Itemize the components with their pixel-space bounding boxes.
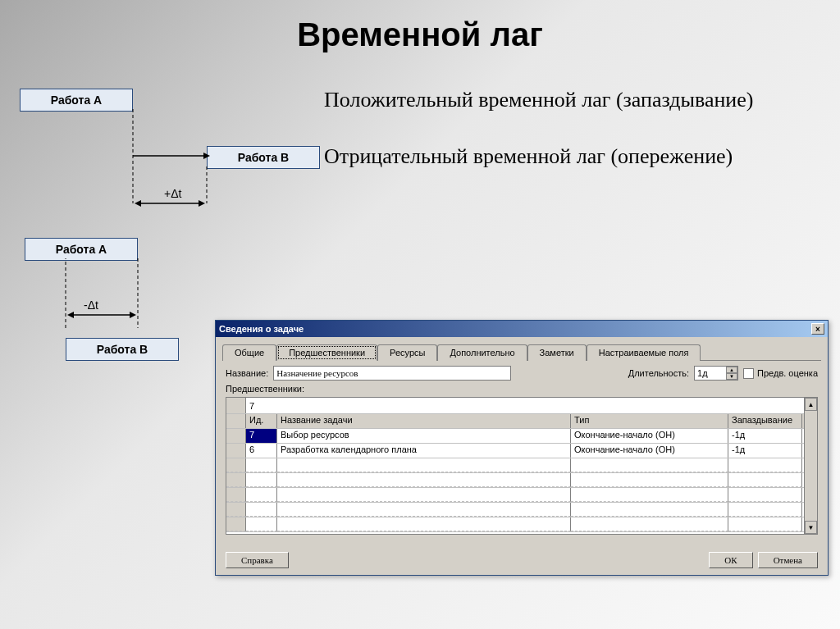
cell-type[interactable]: Окончание-начало (ОН) — [571, 429, 728, 443]
tab-predecessors[interactable]: Предшественники — [276, 344, 377, 361]
cancel-button[interactable]: Отмена — [758, 552, 818, 568]
cell-id[interactable]: 6 — [246, 444, 277, 458]
tab-custom-fields[interactable]: Настраиваемые поля — [587, 344, 701, 361]
col-id[interactable]: Ид. — [246, 414, 277, 428]
duration-label: Длительность: — [628, 368, 689, 378]
close-button[interactable]: × — [811, 323, 824, 335]
task-info-dialog: Сведения о задаче × Общие Предшественник… — [215, 320, 829, 576]
svg-marker-10 — [67, 312, 74, 318]
predecessors-grid: Ид. Название задачи Тип Запаздывание 7 В… — [226, 397, 818, 535]
cell-lag[interactable]: -1д — [728, 444, 802, 458]
ok-button[interactable]: ОК — [709, 552, 752, 568]
estimate-checkbox[interactable]: Предв. оценка — [743, 368, 818, 379]
paragraph-positive-lag: Положительный временной лаг (запаздывани… — [324, 86, 816, 114]
grid-edit-input[interactable] — [246, 398, 817, 413]
grid-row-empty[interactable] — [226, 517, 817, 532]
name-label: Название: — [226, 368, 268, 378]
grid-row-empty[interactable] — [226, 473, 817, 488]
name-input[interactable] — [273, 366, 511, 381]
cell-name[interactable]: Разработка календарного плана — [277, 444, 571, 458]
cell-name[interactable]: Выбор ресурсов — [277, 429, 571, 443]
dialog-tabs: Общие Предшественники Ресурсы Дополнител… — [222, 344, 821, 361]
cell-id[interactable]: 7 — [246, 429, 277, 443]
estimate-label: Предв. оценка — [757, 368, 818, 378]
grid-scrollbar[interactable]: ▲ ▼ — [804, 398, 817, 534]
tab-resources[interactable]: Ресурсы — [377, 344, 437, 361]
col-lag[interactable]: Запаздывание — [728, 414, 802, 428]
grid-row[interactable]: 6 Разработка календарного плана Окончани… — [226, 444, 817, 458]
grid-row-empty[interactable] — [226, 503, 817, 517]
tab-notes[interactable]: Заметки — [527, 344, 587, 361]
svg-marker-11 — [130, 312, 136, 318]
scroll-down-icon[interactable]: ▼ — [805, 521, 817, 534]
diagram-box-task-a-1: Работа А — [20, 89, 133, 112]
dialog-title: Сведения о задаче — [219, 324, 304, 334]
svg-marker-5 — [135, 200, 141, 207]
tab-general[interactable]: Общие — [222, 344, 276, 361]
diagram-box-task-b-2: Работа В — [66, 338, 179, 361]
col-type[interactable]: Тип — [571, 414, 728, 428]
grid-row-empty[interactable] — [226, 458, 817, 473]
scroll-up-icon[interactable]: ▲ — [805, 398, 817, 411]
paragraph-negative-lag: Отрицательный временной лаг (опережение) — [324, 143, 816, 171]
predecessors-section-label: Предшественники: — [216, 382, 828, 395]
diagram-box-task-a-2: Работа А — [25, 238, 138, 261]
dialog-titlebar: Сведения о задаче × — [216, 321, 828, 337]
grid-edit-rowhead — [226, 398, 246, 413]
col-name[interactable]: Название задачи — [277, 414, 571, 428]
slide-title: Временной лаг — [0, 0, 840, 53]
help-button[interactable]: Справка — [226, 552, 289, 568]
checkbox-box-icon[interactable] — [743, 368, 754, 379]
duration-spinner[interactable]: ▲ ▼ — [694, 366, 738, 381]
grid-header: Ид. Название задачи Тип Запаздывание — [226, 414, 817, 429]
diagram-label-minus-delta: -Δt — [84, 299, 98, 312]
duration-input[interactable] — [695, 367, 726, 380]
spinner-up-icon[interactable]: ▲ — [726, 367, 737, 373]
svg-marker-6 — [199, 200, 205, 207]
diagram-label-plus-delta: +Δt — [164, 187, 181, 200]
slide-body-text: Положительный временной лаг (запаздывани… — [324, 86, 816, 199]
grid-row[interactable]: 7 Выбор ресурсов Окончание-начало (ОН) -… — [226, 429, 817, 444]
grid-row-empty[interactable] — [226, 488, 817, 503]
cell-lag[interactable]: -1д — [728, 429, 802, 443]
cell-type[interactable]: Окончание-начало (ОН) — [571, 444, 728, 458]
diagram-box-task-b-1: Работа В — [207, 146, 320, 169]
spinner-down-icon[interactable]: ▼ — [726, 373, 737, 380]
tab-advanced[interactable]: Дополнительно — [437, 344, 527, 361]
